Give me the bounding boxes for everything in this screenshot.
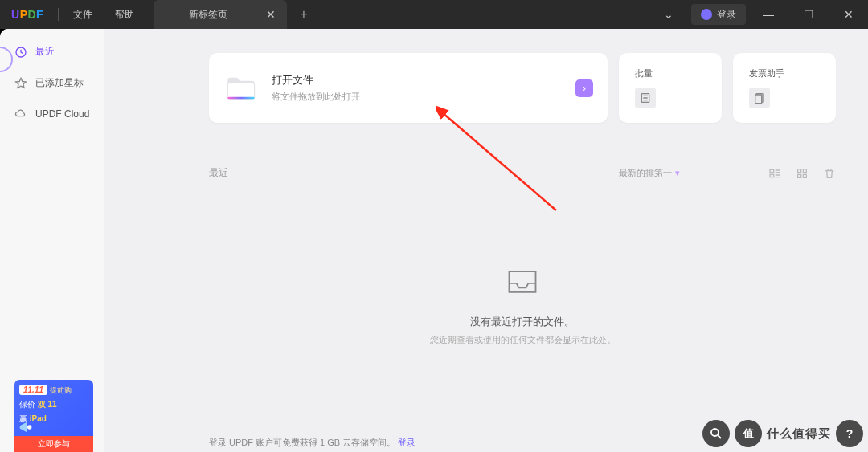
- watermark-text: 什么值得买: [767, 426, 831, 442]
- empty-state: 没有最近打开的文件。 您近期查看或使用的任何文件都会显示在此处。: [209, 268, 836, 346]
- sidebar-item-label: 最近: [35, 45, 55, 59]
- batch-icon: [635, 88, 656, 108]
- empty-subtitle: 您近期查看或使用的任何文件都会显示在此处。: [209, 334, 836, 346]
- sidebar-item-starred[interactable]: 已添加星标: [3, 68, 101, 98]
- batch-title: 批量: [635, 67, 706, 79]
- annotation-arrow: [436, 106, 564, 218]
- tab-new[interactable]: 新标签页 ✕: [154, 0, 287, 29]
- open-file-card[interactable]: 打开文件 将文件拖放到此处打开 ›: [209, 53, 608, 123]
- svg-point-1: [27, 425, 31, 430]
- clock-icon: [14, 46, 27, 59]
- view-list-icon[interactable]: [768, 167, 781, 180]
- empty-title: 没有最近打开的文件。: [209, 315, 836, 329]
- cards-row: 打开文件 将文件拖放到此处打开 › 批量 发票助手: [209, 53, 836, 123]
- invoice-icon: [749, 88, 770, 108]
- chevron-down-icon[interactable]: ⌄: [651, 0, 686, 29]
- promo-cta[interactable]: 立即参与: [14, 436, 93, 452]
- sort-dropdown[interactable]: 最新的排第一 ▾: [619, 167, 680, 179]
- sidebar-item-cloud[interactable]: UPDF Cloud: [3, 100, 101, 128]
- megaphone-icon: [18, 418, 35, 436]
- new-tab-button[interactable]: +: [287, 7, 320, 22]
- open-file-subtitle: 将文件拖放到此处打开: [272, 91, 360, 103]
- invoice-title: 发票助手: [749, 67, 820, 79]
- trash-icon[interactable]: [823, 167, 836, 180]
- svg-rect-3: [227, 96, 254, 99]
- invoice-card[interactable]: 发票助手: [733, 53, 836, 123]
- svg-rect-12: [798, 174, 801, 177]
- titlebar: UPDF 文件 帮助 新标签页 ✕ + ⌄ 登录 — ☐ ✕: [0, 0, 868, 29]
- svg-rect-13: [803, 174, 806, 177]
- separator: [58, 8, 59, 21]
- footer-message: 登录 UPDF 账户可免费获得 1 GB 云存储空间。 登录: [209, 437, 416, 449]
- menu-help[interactable]: 帮助: [104, 8, 145, 22]
- app-logo: UPDF: [0, 8, 55, 21]
- avatar-icon: [701, 9, 712, 20]
- recent-bar: 最近 最新的排第一 ▾: [209, 166, 836, 180]
- promo-banner[interactable]: 11.11 提前购 保价 双 11 赢 iPad 立即参与: [14, 380, 93, 452]
- open-arrow-button[interactable]: ›: [575, 79, 593, 97]
- open-file-title: 打开文件: [272, 73, 360, 88]
- login-label: 登录: [717, 8, 736, 22]
- watermark-help-icon: ?: [836, 420, 863, 447]
- recent-label: 最近: [209, 166, 228, 180]
- sidebar: 最近 已添加星标 UPDF Cloud 11.11 提前购 保价 双 11 赢 …: [0, 29, 104, 452]
- sidebar-item-recent[interactable]: 最近: [3, 37, 101, 67]
- sidebar-item-label: 已添加星标: [35, 76, 84, 90]
- caret-down-icon: ▾: [675, 168, 680, 178]
- footer-login-link[interactable]: 登录: [398, 438, 416, 447]
- svg-rect-8: [770, 169, 774, 172]
- watermark: 值 什么值得买 ?: [702, 420, 863, 447]
- svg-rect-10: [798, 169, 801, 172]
- svg-line-7: [442, 112, 556, 210]
- inbox-icon: [505, 268, 540, 295]
- workspace: 最近 已添加星标 UPDF Cloud 11.11 提前购 保价 双 11 赢 …: [0, 29, 868, 452]
- batch-card[interactable]: 批量: [619, 53, 722, 123]
- watermark-search-icon: [702, 420, 730, 447]
- minimize-button[interactable]: —: [751, 0, 786, 29]
- tab-title: 新标签页: [189, 8, 227, 22]
- menu-file[interactable]: 文件: [62, 8, 104, 22]
- svg-rect-11: [803, 169, 806, 172]
- svg-point-14: [711, 429, 719, 436]
- watermark-badge: 值: [735, 420, 762, 447]
- close-button[interactable]: ✕: [831, 0, 866, 29]
- cloud-icon: [14, 108, 27, 120]
- svg-rect-9: [770, 174, 774, 177]
- promo-tag: 11.11: [19, 385, 47, 395]
- star-icon: [14, 77, 27, 90]
- view-grid-icon[interactable]: [796, 167, 809, 180]
- close-icon[interactable]: ✕: [266, 8, 276, 21]
- svg-rect-6: [755, 95, 762, 104]
- folder-icon: [225, 75, 257, 102]
- svg-rect-2: [227, 83, 254, 99]
- maximize-button[interactable]: ☐: [791, 0, 826, 29]
- main-area: 打开文件 将文件拖放到此处打开 › 批量 发票助手: [104, 29, 868, 452]
- login-button[interactable]: 登录: [691, 4, 746, 25]
- promo-tag-sub: 提前购: [50, 386, 72, 394]
- sidebar-item-label: UPDF Cloud: [35, 108, 89, 120]
